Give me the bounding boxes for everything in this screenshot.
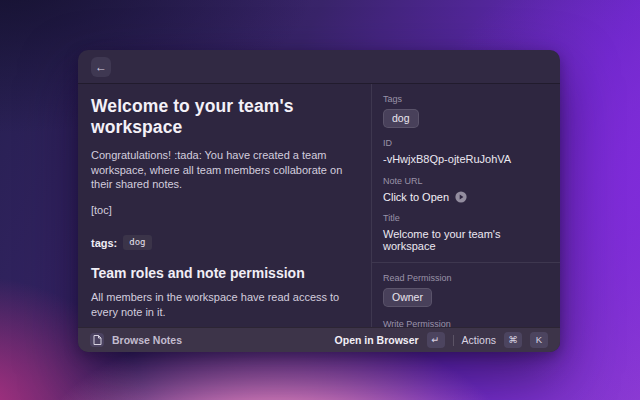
tags-section-label: Tags — [383, 94, 550, 105]
browse-notes-button[interactable]: Browse Notes — [90, 333, 182, 347]
cmd-key-badge: ⌘ — [504, 332, 522, 348]
note-tags-row: tags: dog — [91, 235, 355, 250]
note-url-label: Note URL — [383, 176, 550, 187]
id-value: -vHwjxB8Qp-ojteRuJohVA — [383, 153, 550, 165]
actions-button[interactable]: Actions — [462, 334, 496, 346]
footer-actions: Open in Browser ↵ Actions ⌘ K — [335, 332, 548, 348]
title-value: Welcome to your team's workspace — [383, 228, 550, 252]
main-area: Welcome to your team's workspace Congrat… — [78, 84, 560, 327]
metadata-sidebar: Tags dog ID -vHwjxB8Qp-ojteRuJohVA Note … — [372, 84, 560, 327]
window-header: ← — [78, 50, 560, 84]
tag-chip: dog — [383, 109, 419, 128]
back-button[interactable]: ← — [91, 57, 111, 77]
click-to-open-link[interactable]: Click to Open — [383, 191, 550, 203]
sidebar-section-divider — [372, 262, 560, 263]
enter-key-badge: ↵ — [427, 332, 445, 348]
back-arrow-icon: ← — [95, 61, 107, 73]
id-label: ID — [383, 138, 550, 149]
note-toc: [toc] — [91, 203, 355, 218]
browse-notes-label: Browse Notes — [112, 334, 182, 346]
tags-label: tags: — [91, 237, 117, 249]
click-to-open-label: Click to Open — [383, 191, 449, 203]
note-title: Welcome to your team's workspace — [91, 96, 355, 138]
footer-separator — [453, 335, 454, 346]
open-in-browser-button[interactable]: Open in Browser — [335, 334, 419, 346]
k-key-badge: K — [530, 332, 548, 348]
note-paragraph: All members in the workspace have read a… — [91, 290, 355, 319]
app-window: ← Welcome to your team's workspace Congr… — [78, 50, 560, 352]
write-permission-label: Write Permission — [383, 319, 550, 327]
note-paragraph: Congratulations! :tada: You have created… — [91, 148, 355, 192]
open-circle-arrow-icon — [455, 191, 467, 203]
read-permission-chip: Owner — [383, 288, 432, 307]
tag-code-chip: dog — [123, 235, 151, 250]
footer-bar: Browse Notes Open in Browser ↵ Actions ⌘… — [78, 327, 560, 352]
title-label: Title — [383, 213, 550, 224]
section-heading: Team roles and note permission — [91, 265, 355, 281]
note-document-icon — [90, 333, 104, 347]
read-permission-label: Read Permission — [383, 273, 550, 284]
note-preview: Welcome to your team's workspace Congrat… — [78, 84, 371, 327]
